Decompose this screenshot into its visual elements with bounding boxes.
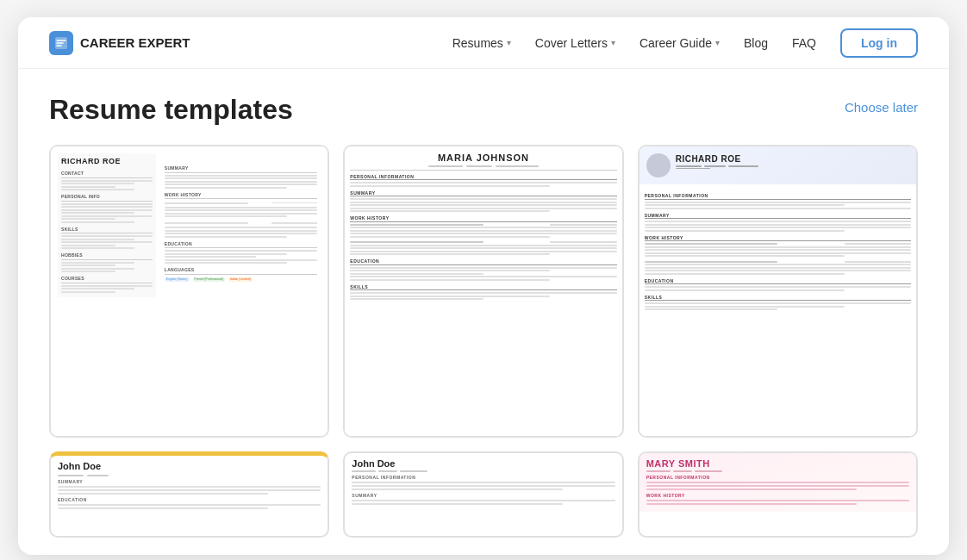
nav-blog[interactable]: Blog — [744, 36, 768, 50]
choose-later-link[interactable]: Choose later — [845, 100, 918, 115]
logo-icon — [49, 31, 73, 55]
logo-text: CAREER EXPERT — [80, 35, 190, 50]
templates-grid: RICHARD ROE CONTACT PERSONAL INFO — [49, 145, 918, 438]
template-card-john-doe-2[interactable]: John Doe Personal Information Summary — [343, 451, 623, 538]
main-content: Resume templates Choose later RICHARD RO… — [18, 69, 949, 555]
nav-links: Resumes ▾ Cover Letters ▾ Career Guide ▾… — [452, 36, 816, 50]
chevron-down-icon: ▾ — [715, 38, 720, 47]
photo-placeholder — [646, 153, 671, 177]
chevron-down-icon: ▾ — [507, 38, 511, 47]
nav-cover-letters[interactable]: Cover Letters ▾ — [535, 36, 615, 50]
template-card-richard-roe[interactable]: RICHARD ROE CONTACT PERSONAL INFO — [49, 145, 329, 438]
resume-preview-3: RICHARD ROE Personal Information — [639, 146, 916, 436]
navigation: CAREER EXPERT Resumes ▾ Cover Letters ▾ … — [18, 17, 949, 69]
template-card-john-doe-1[interactable]: John Doe SUMMARY EDUCATION — [49, 451, 329, 538]
template-card-maria-johnson[interactable]: MARIA JOHNSON PERSONAL INFORMATION SUMMA… — [343, 145, 623, 438]
resume-preview-1: RICHARD ROE CONTACT PERSONAL INFO — [51, 146, 328, 436]
page-title: Resume templates — [49, 93, 293, 126]
chevron-down-icon: ▾ — [611, 38, 615, 47]
partial-preview-1: John Doe SUMMARY EDUCATION — [51, 456, 328, 516]
resume-preview-2: MARIA JOHNSON PERSONAL INFORMATION SUMMA… — [345, 146, 621, 436]
template-card-mary-smith[interactable]: MARY SMITH Personal Information Work His… — [638, 451, 918, 538]
page-header: Resume templates Choose later — [49, 93, 918, 126]
partial-preview-3: MARY SMITH Personal Information Work His… — [639, 453, 916, 512]
nav-resumes[interactable]: Resumes ▾ — [452, 36, 511, 50]
logo[interactable]: CAREER EXPERT — [49, 31, 190, 55]
partial-preview-2: John Doe Personal Information Summary — [345, 453, 621, 512]
nav-faq[interactable]: FAQ — [792, 36, 816, 50]
login-button[interactable]: Log in — [840, 28, 918, 58]
partial-templates-grid: John Doe SUMMARY EDUCATION — [49, 451, 918, 538]
nav-career-guide[interactable]: Career Guide ▾ — [639, 36, 720, 50]
template-card-richard-roe-photo[interactable]: RICHARD ROE Personal Information — [638, 145, 918, 438]
